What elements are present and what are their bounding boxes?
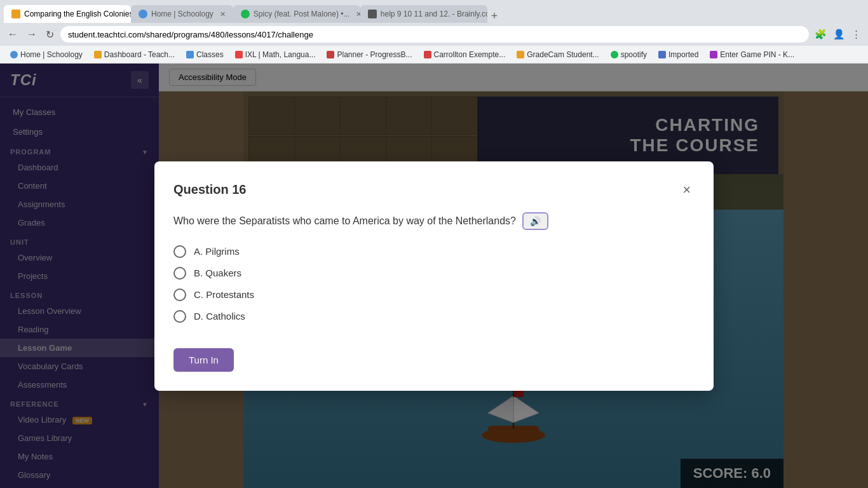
tab-favicon-1 [11, 10, 20, 18]
tab-brainly[interactable]: help 9 10 11 and 12. - Brainly.co... ✕ [360, 5, 487, 23]
option-a[interactable]: A. Pilgrims [173, 245, 695, 258]
tab-label-1: Comparing the English Colonies [24, 10, 131, 18]
bookmark-favicon-gradecam [517, 51, 524, 58]
bookmark-planner[interactable]: Planner - ProgressB... [322, 49, 417, 60]
bookmark-label-imported: Imported [668, 50, 698, 59]
forward-button[interactable]: → [24, 27, 39, 41]
bookmark-label-schoology: Home | Schoology [20, 50, 83, 59]
bookmark-spotify[interactable]: spootify [606, 49, 652, 60]
bookmark-label-spotify: spootify [621, 50, 647, 59]
option-label-d: D. Catholics [194, 311, 245, 322]
refresh-button[interactable]: ↻ [43, 27, 57, 42]
option-label-c: C. Protestants [194, 289, 254, 300]
option-radio-d[interactable] [173, 310, 186, 323]
menu-icon[interactable]: ⋮ [850, 27, 863, 42]
extensions-icon[interactable]: 🧩 [813, 27, 829, 42]
tab-spotify[interactable]: Spicy (feat. Post Malone) •... ✕ [233, 5, 360, 23]
back-button[interactable]: ← [5, 27, 20, 41]
bookmark-label-gradecam: GradeCam Student... [527, 50, 599, 59]
bookmark-carrollton[interactable]: Carrollton Exempte... [419, 49, 511, 60]
audio-icon: 🔊 [530, 216, 541, 226]
bookmark-label-kahoot: Enter Game PIN - K... [720, 50, 794, 59]
modal-footer: Turn In [173, 348, 695, 372]
bookmark-label-carrollton: Carrollton Exempte... [434, 50, 506, 59]
bookmark-label-dashboard: Dashboard - Teach... [104, 50, 175, 59]
tab-label-4: help 9 10 11 and 12. - Brainly.co... [381, 10, 487, 18]
tab-label-3: Spicy (feat. Post Malone) •... [254, 10, 350, 18]
bookmark-favicon-ixl [235, 51, 243, 58]
bookmark-label-classes: Classes [196, 50, 224, 59]
bookmark-favicon-classes [186, 51, 194, 58]
address-bar[interactable] [60, 26, 809, 43]
bookmark-favicon-dashboard [94, 51, 102, 58]
bookmark-favicon-kahoot [710, 51, 717, 58]
bookmark-dashboard[interactable]: Dashboard - Teach... [89, 49, 180, 60]
bookmark-classes[interactable]: Classes [181, 49, 229, 60]
tab-favicon-3 [241, 10, 250, 18]
modal-question: Who were the Separatists who came to Ame… [173, 212, 695, 230]
bookmark-favicon-planner [327, 51, 334, 58]
audio-button[interactable]: 🔊 [522, 212, 548, 230]
bookmark-gradecam[interactable]: GradeCam Student... [512, 49, 604, 60]
option-d[interactable]: D. Catholics [173, 310, 695, 323]
modal-header: Question 16 × [173, 180, 695, 200]
bookmark-label-planner: Planner - ProgressB... [337, 50, 412, 59]
tab-schoology[interactable]: Home | Schoology ✕ [131, 5, 233, 23]
tab-close-2[interactable]: ✕ [220, 10, 226, 18]
option-c[interactable]: C. Protestants [173, 288, 695, 301]
bookmark-ixl[interactable]: IXL | Math, Langua... [230, 49, 321, 60]
profile-icon[interactable]: 👤 [831, 27, 847, 42]
option-radio-a[interactable] [173, 245, 186, 258]
bookmark-favicon-imported [658, 51, 666, 58]
modal-close-button[interactable]: × [679, 180, 695, 200]
bookmark-imported[interactable]: Imported [653, 49, 703, 60]
modal-overlay: Question 16 × Who were the Separatists w… [0, 64, 868, 488]
bookmark-favicon-schoology [10, 51, 18, 58]
option-radio-c[interactable] [173, 288, 186, 301]
option-radio-b[interactable] [173, 267, 186, 280]
bookmark-label-ixl: IXL | Math, Langua... [245, 50, 316, 59]
question-text: Who were the Separatists who came to Ame… [173, 215, 516, 227]
new-tab-button[interactable]: + [487, 10, 502, 23]
modal-title: Question 16 [173, 182, 246, 197]
turn-in-button[interactable]: Turn In [173, 348, 234, 372]
bookmark-favicon-spotify [611, 51, 618, 58]
bookmark-schoology[interactable]: Home | Schoology [5, 49, 88, 60]
bookmark-kahoot[interactable]: Enter Game PIN - K... [705, 49, 799, 60]
tab-favicon-4 [368, 10, 377, 18]
tab-favicon-2 [139, 10, 147, 18]
option-b[interactable]: B. Quakers [173, 267, 695, 280]
bookmark-favicon-carrollton [424, 51, 431, 58]
tab-comparing-colonies[interactable]: Comparing the English Colonies ✕ [4, 5, 131, 23]
question-modal: Question 16 × Who were the Separatists w… [154, 161, 714, 391]
modal-options: A. Pilgrims B. Quakers C. Protestants D.… [173, 245, 695, 323]
option-label-b: B. Quakers [194, 268, 241, 278]
tab-label-2: Home | Schoology [151, 10, 214, 18]
option-label-a: A. Pilgrims [194, 246, 240, 257]
tab-close-3[interactable]: ✕ [356, 10, 360, 18]
